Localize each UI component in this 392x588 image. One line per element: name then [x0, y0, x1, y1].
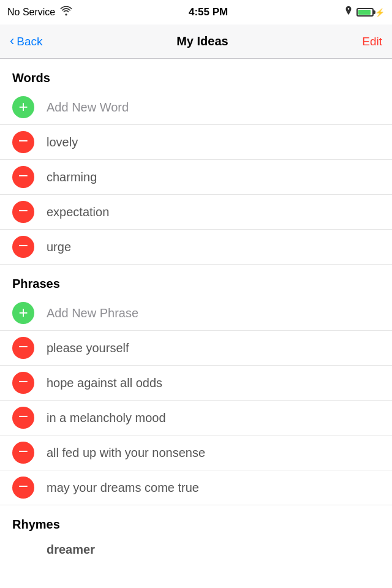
remove-button-hope-against-all-odds[interactable]: − [12, 372, 34, 394]
list-item-all-fed-up: −all fed up with your nonsense [0, 435, 392, 470]
list-item-urge: −urge [0, 230, 392, 265]
list-item-add-phrase: +Add New Phrase [0, 296, 392, 331]
status-right: ⚡ [344, 6, 385, 18]
list-item-in-a-melancholy-mood: −in a melancholy mood [0, 401, 392, 435]
item-label-add-phrase: Add New Phrase [47, 306, 138, 320]
status-bar: No Service 4:55 PM ⚡ [0, 0, 392, 24]
list-item-expectation: −expectation [0, 195, 392, 230]
item-label-all-fed-up: all fed up with your nonsense [47, 446, 205, 460]
item-label-charming: charming [47, 170, 97, 184]
wifi-icon [60, 6, 72, 18]
remove-button-charming[interactable]: − [12, 166, 34, 188]
remove-button-please-yourself[interactable]: − [12, 337, 34, 359]
page-title: My Ideas [176, 34, 228, 48]
content: Words+Add New Word−lovely−charming−expec… [0, 59, 392, 563]
item-label-lovely: lovely [47, 135, 78, 149]
remove-button-urge[interactable]: − [12, 236, 34, 258]
back-label: Back [17, 35, 42, 48]
add-button-add-word[interactable]: + [12, 96, 34, 118]
section-header-words: Words [0, 59, 392, 90]
chevron-left-icon: ‹ [10, 34, 14, 48]
list-item-hope-against-all-odds: −hope against all odds [0, 366, 392, 401]
location-icon [344, 6, 353, 18]
rhyme-item-dreamer: dreamer [0, 537, 392, 563]
carrier-text: No Service [7, 7, 55, 18]
status-left: No Service [7, 6, 72, 18]
list-item-please-yourself: −please yourself [0, 331, 392, 366]
back-button[interactable]: ‹ Back [10, 35, 43, 48]
remove-button-may-your-dreams[interactable]: − [12, 477, 34, 499]
item-label-urge: urge [47, 240, 71, 254]
section-header-rhymes: Rhymes [0, 505, 392, 537]
remove-button-lovely[interactable]: − [12, 131, 34, 153]
remove-button-expectation[interactable]: − [12, 201, 34, 223]
list-item-lovely: −lovely [0, 125, 392, 160]
item-label-in-a-melancholy-mood: in a melancholy mood [47, 411, 166, 425]
list-item-may-your-dreams: −may your dreams come true [0, 470, 392, 505]
section-header-phrases: Phrases [0, 265, 392, 296]
battery-indicator: ⚡ [356, 8, 385, 17]
nav-bar: ‹ Back My Ideas Edit [0, 24, 392, 59]
item-label-please-yourself: please yourself [47, 341, 129, 355]
remove-button-in-a-melancholy-mood[interactable]: − [12, 407, 34, 429]
edit-button[interactable]: Edit [362, 35, 382, 48]
item-label-may-your-dreams: may your dreams come true [47, 481, 199, 495]
list-item-charming: −charming [0, 160, 392, 195]
status-time: 4:55 PM [189, 6, 228, 18]
item-label-hope-against-all-odds: hope against all odds [47, 376, 162, 390]
add-button-add-phrase[interactable]: + [12, 302, 34, 324]
charging-icon: ⚡ [375, 8, 385, 17]
item-label-add-word: Add New Word [47, 100, 129, 115]
list-item-add-word: +Add New Word [0, 90, 392, 125]
battery-icon [356, 8, 374, 17]
remove-button-all-fed-up[interactable]: − [12, 442, 34, 464]
item-label-expectation: expectation [47, 205, 109, 219]
